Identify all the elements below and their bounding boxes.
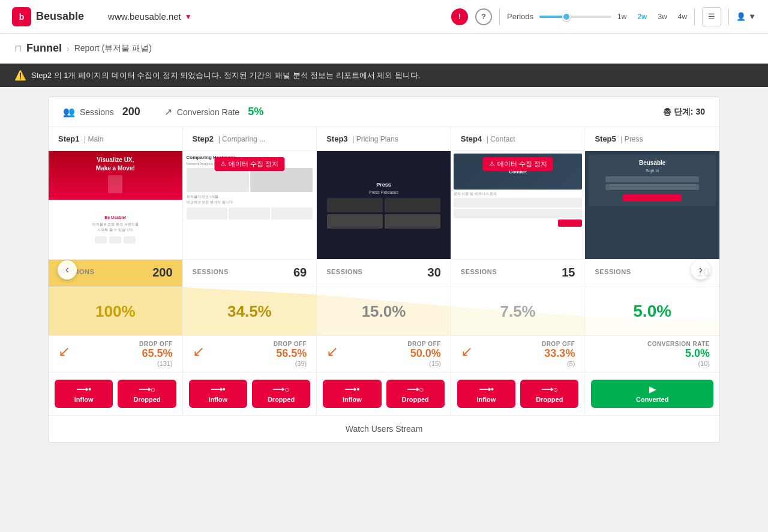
- step4-data-stop-badge: ⚠ 데이터 수집 정지: [483, 157, 553, 171]
- step3-inflow-icon: ⟶•: [344, 384, 359, 394]
- step4-dropoff-count: (5): [473, 360, 575, 367]
- step4-pct: 7.5%: [500, 302, 535, 321]
- step3-sessions-label: SESSIONS: [326, 268, 362, 275]
- step5-conversion-count: (10): [595, 360, 710, 367]
- conversion-stat: ↗ Conversion Rate 5%: [164, 106, 263, 118]
- step5-screenshot[interactable]: Beusable Sign In: [585, 151, 719, 259]
- step3-dropoff-label: DROP OFF: [338, 341, 441, 347]
- periods-slider[interactable]: [539, 16, 611, 18]
- step5-buttons: ▶ Converted: [585, 372, 719, 415]
- watch-stream[interactable]: Watch Users Stream: [49, 415, 719, 442]
- period-4w[interactable]: 4w: [678, 13, 687, 21]
- step4-dropped-button[interactable]: ⟶○ Dropped: [520, 380, 578, 408]
- dropoff-row: ↙ DROP OFF 65.5% (131) ↙ DROP OFF 56.5% …: [49, 336, 719, 372]
- prev-arrow[interactable]: ‹: [58, 260, 77, 279]
- step1-dropoff-value: 65.5%: [70, 347, 173, 360]
- sessions-value: 200: [122, 106, 140, 118]
- funnel-container: 👥 Sessions 200 ↗ Conversion Rate 5% 총 단계…: [48, 97, 720, 443]
- step4-screenshot[interactable]: Contact 문의 사항 및 비즈니스 문의 ⚠ 데이터 수집 정지: [451, 151, 586, 259]
- sessions-icon: 👥: [63, 106, 75, 118]
- step3-pct-cell: 15.0%: [317, 287, 451, 335]
- step2-name: Step2: [193, 134, 214, 143]
- step2-dropped-icon: ⟶○: [272, 384, 289, 394]
- step4-inflow-button[interactable]: ⟶• Inflow: [457, 380, 515, 408]
- step1-dropped-button[interactable]: ⟶○ Dropped: [118, 380, 176, 408]
- step4-dropoff: ↙ DROP OFF 33.3% (5): [451, 336, 586, 372]
- periods-area: Periods 1w 2w 3w 4w: [507, 12, 687, 21]
- help-button[interactable]: ?: [475, 8, 492, 25]
- steps-header-row: Step1 | Main Step2 | Comparing ... Step3…: [49, 127, 719, 151]
- step1-dropoff-content: DROP OFF 65.5% (131): [70, 341, 173, 367]
- step3-name: Step3: [326, 134, 347, 143]
- site-url[interactable]: www.beusable.net ▼: [108, 11, 192, 22]
- header-divider-3: [728, 8, 729, 25]
- step3-inflow-label: Inflow: [343, 396, 362, 403]
- header-divider-1: [499, 8, 500, 25]
- step2-sessions-count: 69: [293, 266, 307, 279]
- step5-conversion-label: CONVERSION RATE: [595, 341, 710, 347]
- step2-screenshot[interactable]: Comparing Heatmaps NetworkAnalysis as we…: [183, 151, 317, 259]
- step2-dropped-button[interactable]: ⟶○ Dropped: [252, 380, 310, 408]
- step2-inflow-label: Inflow: [208, 396, 227, 403]
- site-url-text: www.beusable.net: [108, 11, 181, 22]
- total-steps-label: 총 단계:: [663, 107, 694, 116]
- period-2w[interactable]: 2w: [637, 13, 647, 21]
- step2-pct-cell: 34.5%: [183, 287, 317, 335]
- percentage-row: 100% 34.5% 15.0% 7.5% 5.0%: [49, 287, 719, 336]
- next-arrow[interactable]: ›: [691, 260, 710, 279]
- step4-dropped-label: Dropped: [536, 396, 563, 403]
- step5-converted-icon: ▶: [649, 384, 656, 394]
- period-1w[interactable]: 1w: [617, 13, 626, 21]
- period-3w[interactable]: 3w: [658, 13, 667, 21]
- step5-screenshot-content: Beusable Sign In: [585, 151, 719, 259]
- step5-converted-button[interactable]: ▶ Converted: [591, 380, 713, 408]
- step3-dropped-button[interactable]: ⟶○ Dropped: [386, 380, 445, 408]
- step4-data-stop-text: 데이터 수집 정지: [497, 160, 547, 169]
- step4-dropoff-arrow: ↙: [461, 343, 473, 360]
- site-dropdown-icon[interactable]: ▼: [185, 13, 192, 21]
- step2-page: | Comparing ...: [218, 135, 265, 143]
- slider-thumb[interactable]: [562, 13, 571, 21]
- step2-dropoff-value: 56.5%: [205, 347, 307, 360]
- step3-inflow-button[interactable]: ⟶• Inflow: [323, 380, 381, 408]
- step4-data-stop-icon: ⚠: [489, 160, 495, 168]
- step4-header: Step4 | Contact: [451, 127, 586, 151]
- step4-buttons: ⟶• Inflow ⟶○ Dropped: [451, 372, 586, 415]
- step4-page: | Contact: [487, 135, 515, 143]
- step5-converted-label: Converted: [636, 396, 668, 403]
- step1-inflow-button[interactable]: ⟶• Inflow: [55, 380, 113, 408]
- step2-data-stop-badge: ⚠ 데이터 수집 정지: [214, 157, 284, 171]
- warning-bar: ⚠️ Step2 의 1개 페이지의 데이터 수집이 정지 되었습니다. 정지된…: [0, 64, 768, 87]
- step3-screenshot[interactable]: Press Press Releases: [317, 151, 451, 259]
- step1-screenshot[interactable]: Visualize UX, Make a Move! Be Usable! 비저…: [49, 151, 183, 259]
- step3-dropoff-content: DROP OFF 50.0% (15): [338, 341, 441, 367]
- step3-dropoff-count: (15): [338, 360, 441, 367]
- step3-sessions: SESSIONS 30: [317, 260, 451, 287]
- step2-dropoff: ↙ DROP OFF 56.5% (39): [183, 336, 317, 372]
- sessions-stat: 👥 Sessions 200: [63, 106, 140, 118]
- step3-pct: 15.0%: [362, 302, 406, 321]
- step4-inflow-icon: ⟶•: [479, 384, 494, 394]
- funnel-wrapper: ‹ › 👥 Sessions 200 ↗ Conversion Rate 5% …: [48, 97, 720, 443]
- user-icon: 👤: [736, 12, 746, 21]
- step2-dropped-label: Dropped: [268, 396, 295, 403]
- step1-name: Step1: [58, 134, 79, 143]
- logo-text: Beusable: [36, 10, 84, 23]
- step3-buttons: ⟶• Inflow ⟶○ Dropped: [317, 372, 451, 415]
- step5-header: Step5 | Press: [585, 127, 719, 151]
- conversion-label: Conversion Rate: [177, 107, 239, 117]
- step4-pct-cell: 7.5%: [451, 287, 586, 335]
- user-menu-button[interactable]: 👤 ▼: [736, 12, 756, 21]
- step2-sessions-label: SESSIONS: [193, 268, 229, 275]
- step2-inflow-button[interactable]: ⟶• Inflow: [189, 380, 247, 408]
- step4-name: Step4: [461, 134, 482, 143]
- screenshots-row: Visualize UX, Make a Move! Be Usable! 비저…: [49, 151, 719, 260]
- breadcrumb-separator: ›: [67, 44, 70, 53]
- funnel-icon: ⊓: [14, 43, 22, 54]
- list-view-button[interactable]: ☰: [702, 7, 721, 26]
- step3-dropped-label: Dropped: [402, 396, 429, 403]
- step2-dropoff-count: (39): [205, 360, 307, 367]
- alert-button[interactable]: !: [451, 8, 468, 25]
- step2-dropoff-content: DROP OFF 56.5% (39): [205, 341, 307, 367]
- user-dropdown-icon: ▼: [748, 12, 756, 21]
